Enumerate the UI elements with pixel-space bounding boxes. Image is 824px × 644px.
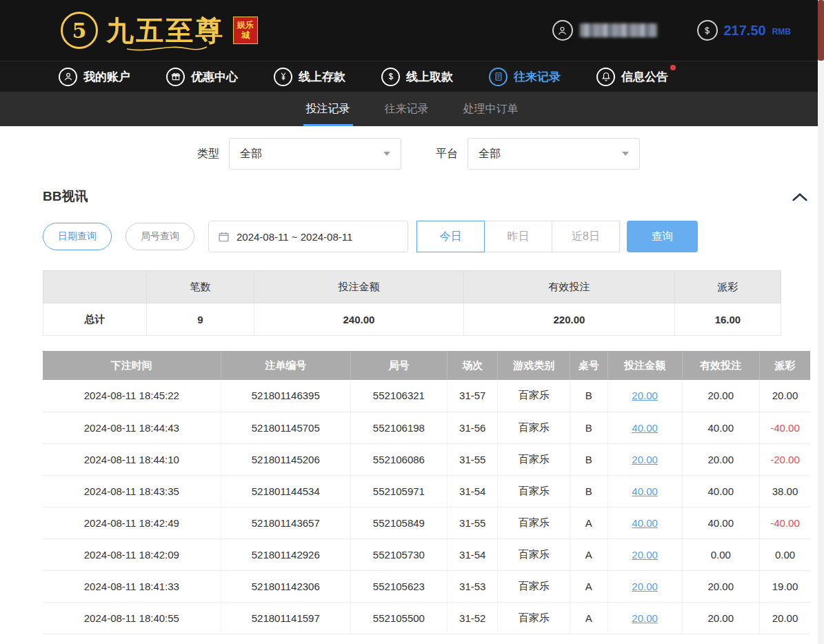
- nav-item-4[interactable]: 往来记录: [489, 68, 561, 86]
- tab-2[interactable]: 处理中订单: [461, 92, 521, 126]
- round-query-button[interactable]: 局号查询: [125, 223, 194, 250]
- cell-time: 2024-08-11 18:42:49: [43, 507, 221, 539]
- cell-bet[interactable]: 20.00: [607, 443, 682, 475]
- cell-bet[interactable]: 20.00: [607, 570, 682, 602]
- cell-order_id: 521801145705: [221, 412, 350, 443]
- dollar-icon: [697, 20, 718, 41]
- cell-round: 552106321: [350, 380, 447, 412]
- cell-order_id: 521801144534: [221, 475, 350, 507]
- gift-icon: [166, 68, 185, 86]
- top-header: 5 九五至尊 娱乐 城 217.50: [0, 0, 824, 61]
- main-nav: 我的账户优惠中心线上存款线上取款往来记录信息公告: [0, 61, 824, 92]
- cell-order_id: 521801142926: [221, 539, 350, 570]
- nav-item-label: 我的账户: [83, 69, 130, 85]
- type-select-value: 全部: [240, 147, 262, 161]
- bets-header-cell: 注单编号: [221, 351, 350, 380]
- table-row: 2024-08-11 18:45:22521801146395552106321…: [43, 380, 810, 412]
- bets-header-cell: 下注时间: [43, 351, 221, 380]
- user-account[interactable]: [552, 20, 657, 41]
- balance-currency: RMB: [772, 27, 791, 37]
- cell-round: 552106086: [350, 443, 447, 475]
- cell-payout: 38.00: [759, 475, 810, 507]
- summary-value-cell: 9: [146, 303, 254, 336]
- bets-header-cell: 场次: [448, 351, 498, 380]
- cell-bet[interactable]: 20.00: [607, 539, 682, 570]
- cell-time: 2024-08-11 18:40:55: [43, 602, 221, 634]
- date-query-button[interactable]: 日期查询: [43, 223, 112, 250]
- filter-row: 类型 全部 平台 全部: [197, 138, 824, 170]
- cell-game: 百家乐: [498, 443, 570, 475]
- cell-bet[interactable]: 20.00: [607, 380, 682, 412]
- cell-game: 百家乐: [498, 539, 570, 570]
- cell-valid: 40.00: [682, 507, 759, 539]
- content-area: 类型 全部 平台 全部 BB视讯 日期查询 局号查询 2024-08-11: [0, 138, 824, 634]
- cell-table: A: [570, 602, 608, 634]
- cell-round: 552105971: [350, 475, 447, 507]
- bets-header-cell: 有效投注: [682, 351, 759, 380]
- chevron-down-icon: [622, 152, 629, 156]
- date-range-input[interactable]: 2024-08-11 ~ 2024-08-11: [208, 221, 408, 252]
- today-button[interactable]: 今日: [416, 221, 485, 252]
- logo[interactable]: 5 九五至尊 娱乐 城: [61, 12, 258, 49]
- chevron-down-icon: [383, 152, 390, 156]
- cell-session: 31-55: [448, 443, 498, 475]
- bets-header-cell: 投注金额: [607, 351, 682, 380]
- summary-value-cell: 总计: [43, 303, 147, 336]
- section-header: BB视讯: [43, 188, 810, 205]
- cell-round: 552105849: [350, 507, 447, 539]
- cell-session: 31-55: [448, 507, 498, 539]
- nav-item-2[interactable]: 线上存款: [274, 68, 345, 86]
- cell-time: 2024-08-11 18:44:43: [43, 412, 221, 443]
- table-row: 2024-08-11 18:41:33521801142306552105623…: [43, 570, 810, 602]
- logo-coin-icon: 5: [61, 12, 98, 49]
- user-avatar-icon: [552, 20, 573, 41]
- cell-payout: -20.00: [759, 443, 810, 475]
- nav-item-0[interactable]: 我的账户: [59, 68, 130, 86]
- bell-icon: [596, 68, 615, 86]
- cell-round: 552105730: [350, 539, 447, 570]
- cell-time: 2024-08-11 18:44:10: [43, 443, 221, 475]
- cell-game: 百家乐: [498, 412, 570, 443]
- cell-session: 31-54: [448, 539, 498, 570]
- tab-1[interactable]: 往来记录: [382, 92, 432, 126]
- cell-table: B: [570, 380, 608, 412]
- cell-game: 百家乐: [498, 507, 570, 539]
- search-button[interactable]: 查询: [627, 221, 698, 252]
- cell-table: B: [570, 412, 608, 443]
- cell-time: 2024-08-11 18:41:33: [43, 570, 221, 602]
- calendar-icon: [218, 231, 230, 243]
- username-redacted: [580, 23, 657, 37]
- summary-header-cell: [43, 271, 147, 303]
- balance-amount: 217.50: [724, 23, 766, 39]
- yesterday-button[interactable]: 昨日: [484, 221, 552, 252]
- cell-bet[interactable]: 20.00: [607, 602, 682, 634]
- cell-order_id: 521801141597: [221, 602, 350, 634]
- nav-item-3[interactable]: 线上取款: [381, 68, 453, 86]
- cell-valid: 20.00: [682, 380, 759, 412]
- nav-item-label: 信息公告: [621, 69, 668, 85]
- platform-select[interactable]: 全部: [468, 138, 640, 170]
- scrollbar-thumb[interactable]: [818, 0, 824, 61]
- deposit-icon: [274, 68, 292, 86]
- chevron-up-icon: [792, 192, 807, 201]
- collapse-section-button[interactable]: [792, 192, 810, 201]
- scrollbar[interactable]: [818, 0, 824, 644]
- cell-session: 31-53: [448, 570, 498, 602]
- nav-item-1[interactable]: 优惠中心: [166, 68, 238, 86]
- nav-item-5[interactable]: 信息公告: [596, 68, 668, 86]
- type-select[interactable]: 全部: [229, 138, 401, 170]
- cell-time: 2024-08-11 18:42:09: [43, 539, 221, 570]
- cell-payout: 20.00: [759, 380, 810, 412]
- quick-date-group: 今日 昨日 近8日: [416, 221, 620, 252]
- summary-value-cell: 240.00: [254, 303, 464, 336]
- records-icon: [489, 68, 508, 86]
- cell-valid: 20.00: [682, 602, 759, 634]
- last-8-days-button[interactable]: 近8日: [552, 221, 620, 252]
- cell-bet[interactable]: 40.00: [607, 412, 682, 443]
- cell-bet[interactable]: 40.00: [607, 507, 682, 539]
- summary-header-cell: 派彩: [674, 271, 781, 303]
- tab-0[interactable]: 投注记录: [303, 92, 353, 126]
- summary-value-cell: 16.00: [674, 303, 781, 336]
- cell-bet[interactable]: 40.00: [607, 475, 682, 507]
- summary-header-cell: 笔数: [146, 271, 254, 303]
